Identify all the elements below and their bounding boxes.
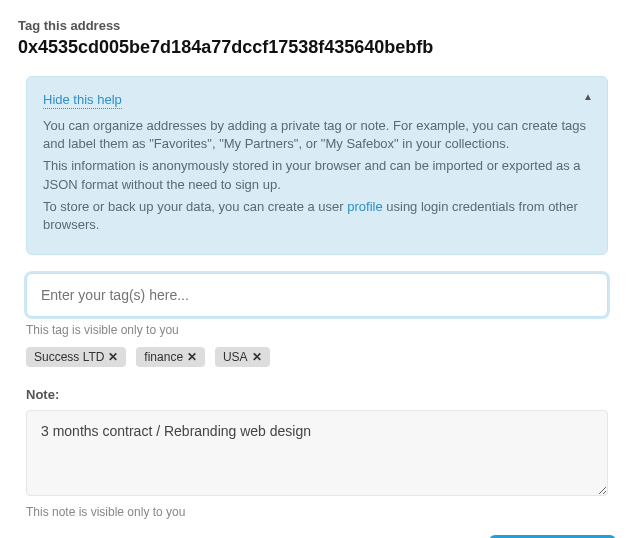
help-toggle-link[interactable]: Hide this help [43, 92, 122, 109]
tag-label: finance [144, 350, 183, 364]
tag-label: USA [223, 350, 248, 364]
close-icon[interactable]: ✕ [187, 350, 197, 364]
tag-chip[interactable]: USA ✕ [215, 347, 270, 367]
help-line-1: You can organize addresses by adding a p… [43, 117, 591, 153]
help-line-3: To store or back up your data, you can c… [43, 198, 591, 234]
tag-chip[interactable]: Success LTD ✕ [26, 347, 126, 367]
tag-chip[interactable]: finance ✕ [136, 347, 205, 367]
tags-row: Success LTD ✕ finance ✕ USA ✕ [26, 347, 608, 367]
tag-label: Success LTD [34, 350, 104, 364]
caret-up-icon[interactable]: ▲ [583, 91, 593, 102]
note-helper-text: This note is visible only to you [26, 505, 608, 519]
tag-helper-text: This tag is visible only to you [26, 323, 608, 337]
help-line-2: This information is anonymously stored i… [43, 157, 591, 193]
address-value: 0x4535cd005be7d184a77dccf17538f435640beb… [18, 37, 616, 58]
note-label: Note: [26, 387, 608, 402]
profile-inline-link[interactable]: profile [347, 199, 382, 214]
note-textarea[interactable] [26, 410, 608, 496]
help-panel: Hide this help ▲ You can organize addres… [26, 76, 608, 255]
close-icon[interactable]: ✕ [108, 350, 118, 364]
tag-input[interactable] [26, 273, 608, 317]
close-icon[interactable]: ✕ [252, 350, 262, 364]
help-line-3a: To store or back up your data, you can c… [43, 199, 347, 214]
page-subtitle: Tag this address [18, 18, 616, 33]
help-text: You can organize addresses by adding a p… [43, 117, 591, 234]
